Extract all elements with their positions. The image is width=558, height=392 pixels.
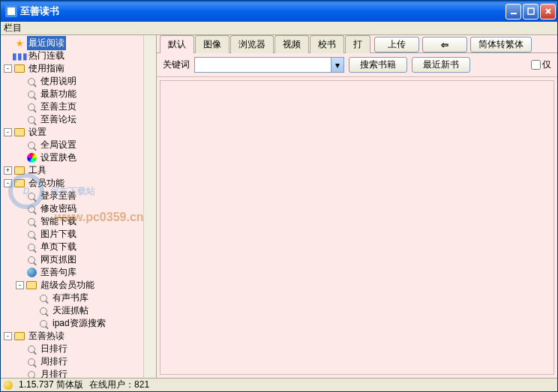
- tab-3[interactable]: 视频: [274, 35, 309, 53]
- magnifier-icon: [26, 203, 38, 215]
- tree-view[interactable]: ★最近阅读▮▮▮热门连载-使用指南使用说明最新功能至善主页至善论坛-设置全局设置…: [1, 35, 156, 378]
- tree-item[interactable]: 日排行: [2, 343, 154, 355]
- tree-item[interactable]: 至善句库: [2, 266, 154, 279]
- globe-icon: [26, 267, 38, 279]
- keyword-combo[interactable]: ▾: [194, 57, 344, 73]
- window-title: 至善读书: [20, 4, 504, 18]
- collapse-icon[interactable]: -: [4, 332, 12, 340]
- toggle-spacer: [16, 154, 24, 162]
- toggle-spacer: [16, 103, 24, 111]
- upload-button[interactable]: 上传: [374, 37, 419, 52]
- toggle-spacer: [16, 243, 24, 251]
- tab-0[interactable]: 默认: [160, 35, 194, 53]
- tab-4[interactable]: 校书: [310, 35, 344, 53]
- minimize-button[interactable]: [506, 4, 521, 19]
- toggle-spacer: [28, 307, 36, 315]
- convert-button[interactable]: 简体转繁体: [470, 37, 532, 52]
- collapse-icon[interactable]: -: [4, 179, 12, 187]
- tree-item[interactable]: 周排行: [2, 355, 154, 368]
- menu-item-column[interactable]: 栏目: [4, 22, 22, 34]
- toggle-spacer: [16, 370, 24, 378]
- tree-item[interactable]: 至善论坛: [2, 113, 154, 126]
- sidebar-scrollbar[interactable]: [143, 35, 156, 378]
- magnifier-icon: [26, 356, 38, 368]
- tree-item[interactable]: -超级会员功能: [2, 279, 154, 292]
- magnifier-icon: [26, 229, 38, 241]
- books-icon: ▮▮▮: [14, 50, 26, 62]
- toggle-spacer: [16, 192, 24, 200]
- magnifier-icon: [38, 305, 50, 317]
- only-checkbox[interactable]: [531, 60, 541, 70]
- only-checkbox-group[interactable]: 仅: [531, 58, 551, 71]
- magnifier-icon: [26, 114, 38, 126]
- magnifier-icon: [26, 190, 38, 202]
- tree-item[interactable]: 使用说明: [2, 75, 154, 88]
- tab-2[interactable]: 浏览器: [230, 35, 274, 53]
- magnifier-icon: [26, 88, 38, 100]
- tree-item[interactable]: -设置: [2, 126, 154, 139]
- tree-item[interactable]: 修改密码: [2, 202, 154, 215]
- tree-item-label: 月排行: [39, 367, 69, 378]
- tree-item[interactable]: -会员功能: [2, 177, 154, 190]
- magnifier-icon: [26, 216, 38, 228]
- tree-item[interactable]: ★最近阅读: [2, 37, 154, 49]
- magnifier-icon: [26, 254, 38, 266]
- tab-5[interactable]: 打: [345, 35, 370, 53]
- app-icon: [5, 5, 17, 17]
- tree-item[interactable]: 单页下载: [2, 241, 154, 253]
- tree-item[interactable]: ipad资源搜索: [2, 317, 154, 330]
- toggle-spacer: [16, 256, 24, 264]
- close-button[interactable]: [540, 4, 556, 19]
- svg-rect-0: [511, 13, 517, 14]
- tree-item[interactable]: 有声书库: [2, 292, 154, 304]
- magnifier-icon: [26, 241, 38, 253]
- chevron-down-icon[interactable]: ▾: [331, 58, 344, 72]
- expand-icon[interactable]: +: [4, 166, 12, 175]
- content-body: [160, 80, 554, 375]
- collapse-icon[interactable]: -: [16, 281, 24, 289]
- toggle-spacer: [16, 141, 24, 149]
- star-icon: ★: [14, 37, 26, 49]
- magnifier-icon: [26, 101, 38, 113]
- back-button[interactable]: ⇦: [422, 37, 467, 52]
- search-row: 关键词 ▾ 搜索书籍 最近新书 仅: [157, 53, 557, 77]
- tree-item[interactable]: 天涯抓帖: [2, 304, 154, 317]
- collapse-icon[interactable]: -: [4, 128, 12, 136]
- tab-1[interactable]: 图像: [195, 35, 230, 53]
- magnifier-icon: [38, 292, 50, 304]
- toggle-spacer: [16, 217, 24, 226]
- tree-item[interactable]: 至善主页: [2, 100, 154, 113]
- color-wheel-icon: [26, 152, 38, 164]
- toggle-spacer: [16, 268, 24, 277]
- search-books-button[interactable]: 搜索书籍: [349, 57, 407, 73]
- tree-item[interactable]: -使用指南: [2, 62, 154, 75]
- tree-item[interactable]: 登录至善: [2, 190, 154, 202]
- only-label: 仅: [542, 58, 551, 71]
- folder-icon: [14, 178, 26, 190]
- magnifier-icon: [26, 76, 38, 88]
- toggle-spacer: [16, 90, 24, 98]
- tree-item[interactable]: 月排行: [2, 368, 154, 378]
- maximize-button[interactable]: [523, 4, 538, 19]
- online-users: 在线用户：821: [89, 379, 149, 391]
- tree-item[interactable]: 最新功能: [2, 88, 154, 100]
- tree-item[interactable]: 网页抓图: [2, 253, 154, 266]
- svg-rect-1: [528, 8, 534, 14]
- collapse-icon[interactable]: -: [4, 64, 12, 73]
- tree-item[interactable]: 智能下载: [2, 215, 154, 228]
- tree-item[interactable]: 设置肤色: [2, 151, 154, 164]
- tree-item[interactable]: ▮▮▮热门连载: [2, 49, 154, 62]
- tree-item[interactable]: 全局设置: [2, 139, 154, 151]
- tree-item[interactable]: 图片下载: [2, 228, 154, 241]
- folder-icon: [14, 63, 26, 75]
- recent-books-button[interactable]: 最近新书: [412, 57, 470, 73]
- status-dot-icon: [4, 381, 13, 390]
- folder-icon: [14, 331, 26, 343]
- content-area: 默认图像浏览器视频校书打 上传 ⇦ 简体转繁体 关键词 ▾ 搜索书籍 最近新书 …: [157, 35, 557, 378]
- tree-item[interactable]: +工具: [2, 164, 154, 177]
- magnifier-icon: [26, 369, 38, 379]
- keyword-label: 关键词: [163, 58, 190, 71]
- tree-item[interactable]: -至善热读: [2, 330, 154, 343]
- magnifier-icon: [38, 318, 50, 330]
- keyword-input[interactable]: [195, 58, 331, 72]
